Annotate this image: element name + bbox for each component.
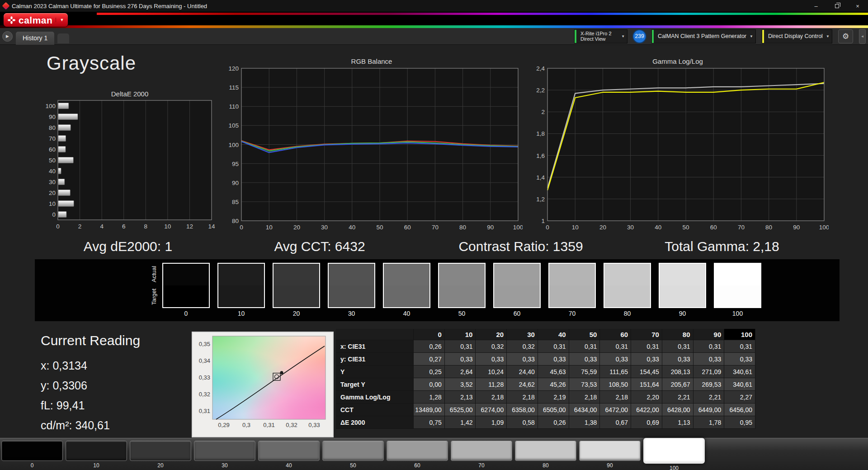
table-col-header: 20: [476, 329, 507, 340]
table-cell: 0,31: [445, 340, 476, 353]
tab-new[interactable]: [57, 33, 69, 43]
calman-logo-button[interactable]: calman ▼: [4, 13, 68, 27]
settings-button[interactable]: ⚙: [838, 29, 853, 43]
tab-history-1[interactable]: History 1: [16, 32, 54, 45]
patch-swatch[interactable]: [130, 441, 191, 461]
table-cell: 2,27: [724, 391, 755, 404]
pattern-patch-100[interactable]: 100: [643, 441, 705, 470]
swatch-box: [162, 263, 210, 308]
swatch-actual: [218, 264, 264, 285]
minimize-button[interactable]: –: [806, 0, 826, 12]
pattern-patch-40[interactable]: 40: [258, 441, 320, 469]
table-cell: 75,59: [569, 366, 600, 378]
deltae-bar: [58, 125, 71, 131]
deltae-bar: [58, 114, 78, 120]
table-cell: 0,31: [600, 340, 631, 353]
x-tick-label: 0: [240, 224, 243, 231]
pattern-patch-0[interactable]: 0: [1, 441, 63, 469]
table-cell: 0,33: [476, 353, 507, 366]
table-col-header: 30: [507, 329, 538, 340]
table-cell: 0,31: [724, 340, 755, 353]
history-nav-button[interactable]: ▶: [2, 31, 13, 42]
swatch-actual: [163, 264, 209, 285]
pattern-patch-90[interactable]: 90: [579, 441, 641, 469]
contrast-ratio-stat: Contrast Ratio: 1359: [458, 239, 583, 254]
window-title: Calman 2023 Calman Ultimate for Business…: [12, 3, 207, 9]
avg-cct-stat: Avg CCT: 6432: [274, 239, 365, 254]
swatch-box: [383, 263, 430, 308]
page-title: Grayscale: [47, 52, 136, 74]
patch-swatch[interactable]: [515, 441, 576, 461]
x-tick-label: 50: [682, 224, 689, 231]
table-col-header: 40: [538, 329, 569, 340]
x-tick-label: 30: [321, 224, 328, 231]
swatch-actual: [549, 264, 595, 285]
restore-button[interactable]: [826, 0, 847, 12]
table-row-label: Gamma Log/Log: [336, 391, 414, 404]
table-cell: 0,67: [600, 416, 631, 429]
grayscale-swatch-0: 0: [162, 263, 210, 317]
x-tick-label: 2: [78, 223, 82, 230]
display-control-selector[interactable]: Direct Display Control ▼: [762, 29, 832, 43]
pattern-patch-80[interactable]: 80: [515, 441, 576, 469]
close-button[interactable]: ×: [847, 0, 868, 12]
y-tick-label: 115: [229, 84, 239, 91]
meter-count-badge[interactable]: 239: [633, 30, 646, 43]
table-cell: 2,19: [538, 391, 569, 404]
swatch-actual: [660, 264, 705, 285]
x-tick-label: 0,3: [242, 422, 250, 428]
chart-title: Gamma Log/Log: [527, 57, 829, 66]
y-tick-label: 0,32: [199, 391, 210, 398]
patch-swatch[interactable]: [451, 441, 512, 461]
pattern-generator-label: CalMAN Client 3 Pattern Generator: [658, 33, 746, 39]
table-row-label: ΔE 2000: [336, 416, 414, 429]
table-cell: 11,28: [476, 378, 507, 391]
pattern-patch-30[interactable]: 30: [194, 441, 255, 469]
swatch-box: [604, 263, 651, 308]
table-cell: 0,31: [662, 340, 693, 353]
patch-swatch[interactable]: [643, 438, 705, 464]
side-panel-toggle[interactable]: ◄: [859, 29, 866, 44]
deltae-bar: [58, 212, 66, 218]
table-cell: 2,21: [662, 391, 693, 404]
table-cell: 0,31: [538, 340, 569, 353]
table-cell: 340,61: [724, 378, 755, 391]
logo-dropdown-icon[interactable]: ▼: [56, 18, 64, 22]
swatch-actual: [329, 264, 374, 285]
table-cell: 1,09: [476, 416, 507, 429]
patch-swatch[interactable]: [258, 441, 320, 461]
total-gamma-stat: Total Gamma: 2,18: [665, 239, 779, 254]
patch-level-label: 70: [478, 462, 484, 469]
pattern-patch-10[interactable]: 10: [66, 441, 127, 469]
y-tick-label: 20: [49, 190, 56, 196]
pattern-generator-selector[interactable]: CalMAN Client 3 Pattern Generator ▼: [651, 29, 756, 43]
pattern-patch-20[interactable]: 20: [130, 441, 191, 469]
table-col-header: 80: [662, 329, 693, 340]
y-tick-label: 0: [52, 211, 56, 218]
patch-swatch[interactable]: [66, 441, 127, 461]
table-row-label: y: CIE31: [336, 353, 414, 366]
swatch-box: [438, 263, 486, 308]
patch-swatch[interactable]: [1, 441, 63, 461]
swatch-box: [548, 263, 596, 308]
patch-swatch[interactable]: [579, 441, 641, 461]
table-cell: 13489,00: [414, 404, 445, 416]
current-reading-title: Current Reading: [41, 333, 140, 348]
swatch-level-label: 40: [403, 310, 410, 317]
patch-swatch[interactable]: [322, 441, 384, 461]
patch-swatch[interactable]: [387, 441, 448, 461]
pattern-patch-70[interactable]: 70: [451, 441, 512, 469]
pattern-patch-60[interactable]: 60: [387, 441, 448, 469]
table-cell: 6428,00: [662, 404, 693, 416]
deltae-bar: [58, 179, 65, 185]
table-cell: 0,58: [507, 416, 538, 429]
x-tick-label: 0,29: [218, 422, 229, 428]
patch-swatch[interactable]: [194, 441, 255, 461]
table-cell: 1,28: [414, 391, 445, 404]
pattern-patch-50[interactable]: 50: [322, 441, 384, 469]
swatch-target: [715, 285, 760, 307]
y-tick-label: 85: [232, 199, 239, 205]
swatch-target: [494, 285, 540, 307]
x-tick-label: 40: [349, 224, 355, 231]
meter-selector[interactable]: X-Rite i1Pro 2 Direct View ▼: [574, 29, 627, 43]
